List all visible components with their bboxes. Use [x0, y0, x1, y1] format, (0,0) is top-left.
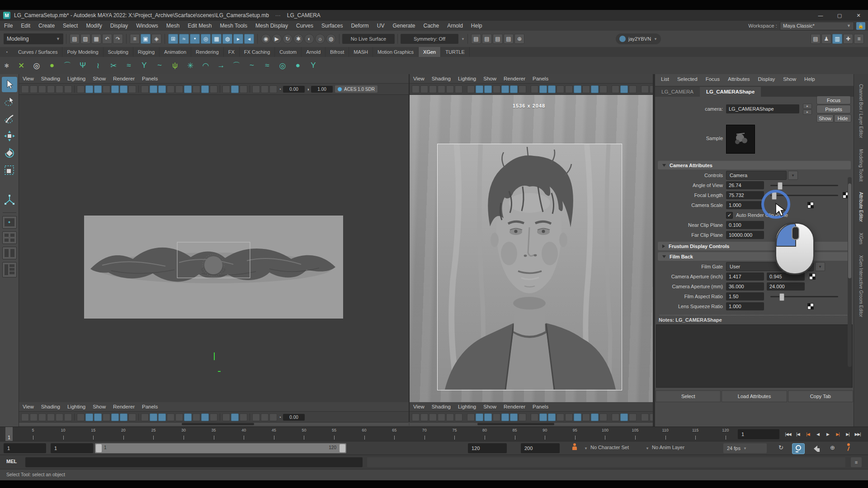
select-object-icon[interactable]: ▣: [141, 34, 151, 44]
symmetry-dropdown[interactable]: Symmetry: Off: [401, 34, 458, 44]
lock-camera-icon[interactable]: [30, 85, 38, 93]
sequencer-icon[interactable]: [269, 413, 277, 421]
menu-arnold[interactable]: Arnold: [443, 21, 467, 31]
paste-pose-icon[interactable]: [252, 413, 260, 421]
aperture-mm-x-field[interactable]: 36.000: [726, 282, 764, 291]
safe-action-icon[interactable]: [120, 413, 127, 421]
mel-label[interactable]: MEL: [6, 459, 17, 464]
near-clip-field[interactable]: 0.100: [726, 221, 764, 229]
focus-button[interactable]: Focus: [816, 96, 851, 104]
make-live-icon[interactable]: ◍: [222, 34, 232, 44]
shelf-tab-arnold[interactable]: Arnold: [302, 47, 326, 57]
ambient-occlusion-icon[interactable]: [184, 413, 192, 421]
shelf-menu-icon[interactable]: ▪: [0, 50, 14, 54]
menu-select[interactable]: Select: [59, 21, 82, 31]
maximize-button[interactable]: ▢: [830, 10, 849, 21]
snap-grid-icon[interactable]: ⊞: [168, 34, 178, 44]
mel-input-field[interactable]: [25, 457, 363, 467]
last-tool-used-icon[interactable]: [2, 192, 17, 208]
range-start-handle[interactable]: [96, 444, 102, 452]
tab-lg-camera[interactable]: LG_CAMERA: [655, 87, 700, 97]
safe-action-icon[interactable]: [510, 85, 518, 93]
menu-cache[interactable]: Cache: [419, 21, 443, 31]
rotate-tool-icon[interactable]: [2, 145, 17, 161]
vp-menu-view[interactable]: View: [410, 76, 428, 81]
step-back-frame-button[interactable]: |◀: [793, 429, 803, 440]
current-frame-field[interactable]: 1: [738, 429, 779, 439]
sidebar-tab-channel-box-layer-editor[interactable]: Channel Box / Layer Editor: [859, 84, 863, 138]
scale-tool-icon[interactable]: [2, 163, 17, 178]
vp-menu-renderer[interactable]: Renderer: [109, 76, 138, 81]
slider-handle[interactable]: [772, 192, 777, 200]
outliner-toggle-icon[interactable]: ▤: [811, 34, 821, 44]
far-clip-field[interactable]: 10000.000: [726, 231, 764, 239]
viewport-camera-view[interactable]: ViewShadingLightingShowRendererPanels ◔0…: [410, 74, 653, 402]
menu-set-dropdown[interactable]: Modeling ▼: [4, 33, 63, 44]
multisample-icon[interactable]: [201, 413, 209, 421]
snap-point-icon[interactable]: •: [190, 34, 200, 44]
safe-action-icon[interactable]: [510, 413, 518, 421]
shelf-tab-motion-graphics[interactable]: Motion Graphics: [373, 47, 419, 57]
gate-mask-icon[interactable]: [493, 413, 500, 421]
bookmark-icon[interactable]: [429, 85, 437, 93]
snap-curve-icon[interactable]: ≈: [179, 34, 189, 44]
select-camera-icon[interactable]: [412, 413, 420, 421]
auto-keyframe-button[interactable]: [792, 443, 805, 454]
select-button[interactable]: Select: [656, 390, 721, 402]
image-plane-icon[interactable]: [47, 413, 55, 421]
focal-length-slider[interactable]: [770, 195, 838, 196]
image-plane-icon[interactable]: [438, 413, 445, 421]
redo-icon[interactable]: ↷: [113, 34, 123, 44]
move-tool-icon[interactable]: [2, 128, 17, 144]
safe-action-icon[interactable]: [120, 85, 127, 93]
pan-zoom-icon[interactable]: [56, 85, 63, 93]
copy-tab-button[interactable]: Copy Tab: [788, 390, 853, 402]
output-connections-icon[interactable]: ▸: [803, 109, 812, 115]
fps-dropdown[interactable]: 24 fps ▼: [723, 443, 767, 453]
vp-menu-shading[interactable]: Shading: [38, 76, 64, 81]
vp-menu-shading[interactable]: Shading: [38, 404, 64, 409]
xray-icon[interactable]: [620, 413, 628, 421]
input-connections-icon[interactable]: ▸: [233, 34, 243, 44]
menu-deform[interactable]: Deform: [347, 21, 373, 31]
select-hierarchy-icon[interactable]: ≡: [130, 34, 140, 44]
layout-two-pane-button[interactable]: [2, 247, 17, 259]
chevron-down-icon[interactable]: ▼: [815, 262, 825, 271]
textured-icon[interactable]: [158, 413, 166, 421]
shelf-tab-curves-surfaces[interactable]: Curves / Surfaces: [14, 47, 62, 57]
locator-handle[interactable]: [214, 352, 215, 360]
vp-menu-shading[interactable]: Shading: [428, 404, 454, 409]
render-settings-icon[interactable]: ✱: [293, 34, 303, 44]
paste-pose-icon[interactable]: [252, 85, 260, 93]
ae-menu-attributes[interactable]: Attributes: [724, 76, 754, 82]
color-space-badge[interactable]: ACES 1.0 SDR: [335, 85, 377, 93]
vp-menu-panels[interactable]: Panels: [138, 404, 161, 409]
ae-menu-display[interactable]: Display: [754, 76, 779, 82]
undo-icon[interactable]: ↶: [102, 34, 112, 44]
playback-loop-icon[interactable]: ↻: [778, 444, 783, 451]
menu-mesh-tools[interactable]: Mesh Tools: [216, 21, 251, 31]
new-scene-icon[interactable]: ▤: [70, 34, 80, 44]
animation-start-field[interactable]: 1: [4, 443, 46, 453]
viewport-canvas-camera[interactable]: 1536 x 2048: [410, 95, 653, 403]
evaluation-runner-icon[interactable]: [844, 443, 853, 452]
counts-hud-icon[interactable]: ⊕: [514, 34, 524, 44]
bookmark-icon[interactable]: [429, 413, 437, 421]
poly-count-icon[interactable]: ▤: [471, 34, 481, 44]
paste-pose-icon[interactable]: [641, 85, 649, 93]
vp-menu-view[interactable]: View: [19, 76, 38, 81]
menu-create[interactable]: Create: [34, 21, 59, 31]
smooth-shade-icon[interactable]: [539, 85, 547, 93]
slider-handle[interactable]: [779, 293, 784, 301]
user-account-menu[interactable]: jay2YBVN ▼: [616, 33, 661, 44]
smooth-shade-icon[interactable]: [539, 413, 547, 421]
notes-divider[interactable]: [660, 315, 849, 315]
ambient-occlusion-icon[interactable]: [184, 85, 192, 93]
vp-menu-show[interactable]: Show: [480, 404, 500, 409]
step-forward-key-button[interactable]: ▶|: [833, 429, 843, 440]
chevron-down-icon[interactable]: ▼: [646, 446, 649, 450]
depth-of-field-icon[interactable]: [210, 85, 217, 93]
vp-menu-panels[interactable]: Panels: [529, 76, 552, 81]
shelf-tab-fx[interactable]: FX: [224, 47, 240, 57]
resolution-gate-icon[interactable]: [94, 85, 102, 93]
